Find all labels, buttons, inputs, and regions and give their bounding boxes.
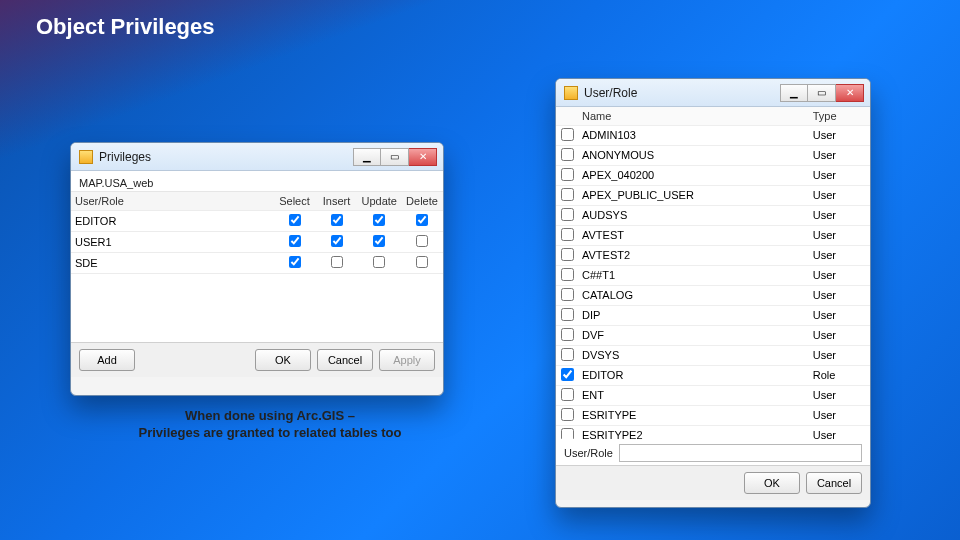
name-cell: ESRITYPE2 <box>578 425 809 439</box>
type-cell: User <box>809 225 870 245</box>
select-checkbox[interactable] <box>289 256 301 268</box>
select-cell <box>274 211 316 232</box>
list-item[interactable]: ESRITYPEUser <box>556 405 870 425</box>
cancel-button[interactable]: Cancel <box>806 472 862 494</box>
insert-checkbox[interactable] <box>331 235 343 247</box>
minimize-icon <box>790 88 798 98</box>
user-role-list[interactable]: Name Type ADMIN103UserANONYMOUSUserAPEX_… <box>556 107 870 439</box>
name-cell: EDITOR <box>578 365 809 385</box>
select-checkbox[interactable] <box>289 214 301 226</box>
list-item[interactable]: EDITORRole <box>556 365 870 385</box>
col-insert[interactable]: Insert <box>316 192 358 211</box>
name-cell: AVTEST2 <box>578 245 809 265</box>
delete-cell <box>401 253 443 274</box>
update-checkbox[interactable] <box>373 214 385 226</box>
titlebar[interactable]: Privileges <box>71 143 443 171</box>
list-item[interactable]: AVTESTUser <box>556 225 870 245</box>
row-checkbox[interactable] <box>561 248 574 261</box>
maximize-icon <box>817 88 826 98</box>
type-cell: User <box>809 405 870 425</box>
row-checkbox[interactable] <box>561 408 574 421</box>
ok-button[interactable]: OK <box>744 472 800 494</box>
select-cell <box>274 232 316 253</box>
ok-button[interactable]: OK <box>255 349 311 371</box>
list-item[interactable]: DIPUser <box>556 305 870 325</box>
col-type[interactable]: Type <box>809 107 870 125</box>
titlebar[interactable]: User/Role <box>556 79 870 107</box>
list-item[interactable]: ANONYMOUSUser <box>556 145 870 165</box>
type-cell: User <box>809 265 870 285</box>
minimize-button[interactable] <box>780 84 808 102</box>
delete-checkbox[interactable] <box>416 256 428 268</box>
col-update[interactable]: Update <box>358 192 401 211</box>
type-cell: User <box>809 165 870 185</box>
list-item[interactable]: DVFUser <box>556 325 870 345</box>
row-checkbox[interactable] <box>561 288 574 301</box>
col-name[interactable]: Name <box>578 107 809 125</box>
row-checkbox[interactable] <box>561 208 574 221</box>
row-checkbox[interactable] <box>561 148 574 161</box>
apply-button[interactable]: Apply <box>379 349 435 371</box>
update-cell <box>358 232 401 253</box>
close-icon <box>846 88 854 98</box>
minimize-button[interactable] <box>353 148 381 166</box>
update-cell <box>358 211 401 232</box>
delete-checkbox[interactable] <box>416 214 428 226</box>
list-item[interactable]: APEX_040200User <box>556 165 870 185</box>
cancel-button[interactable]: Cancel <box>317 349 373 371</box>
name-cell: ANONYMOUS <box>578 145 809 165</box>
list-item[interactable]: APEX_PUBLIC_USERUser <box>556 185 870 205</box>
row-checkbox[interactable] <box>561 368 574 381</box>
type-cell: User <box>809 145 870 165</box>
table-row[interactable]: USER1 <box>71 232 443 253</box>
privileges-dialog: Privileges MAP.USA_web User/Role Select … <box>70 142 444 396</box>
list-item[interactable]: ADMIN103User <box>556 125 870 145</box>
row-checkbox[interactable] <box>561 328 574 341</box>
insert-checkbox[interactable] <box>331 214 343 226</box>
maximize-icon <box>390 152 399 162</box>
list-item[interactable]: C##T1User <box>556 265 870 285</box>
list-item[interactable]: ENTUser <box>556 385 870 405</box>
maximize-button[interactable] <box>808 84 836 102</box>
type-cell: User <box>809 345 870 365</box>
row-checkbox[interactable] <box>561 428 574 440</box>
list-item[interactable]: ESRITYPE2User <box>556 425 870 439</box>
delete-checkbox[interactable] <box>416 235 428 247</box>
list-item[interactable]: CATALOGUser <box>556 285 870 305</box>
name-cell: CATALOG <box>578 285 809 305</box>
list-item[interactable]: DVSYSUser <box>556 345 870 365</box>
add-button[interactable]: Add <box>79 349 135 371</box>
maximize-button[interactable] <box>381 148 409 166</box>
name-cell: DVSYS <box>578 345 809 365</box>
table-row[interactable]: SDE <box>71 253 443 274</box>
list-item[interactable]: AUDSYSUser <box>556 205 870 225</box>
close-button[interactable] <box>836 84 864 102</box>
name-cell: ESRITYPE <box>578 405 809 425</box>
col-delete[interactable]: Delete <box>401 192 443 211</box>
update-checkbox[interactable] <box>373 256 385 268</box>
close-button[interactable] <box>409 148 437 166</box>
insert-checkbox[interactable] <box>331 256 343 268</box>
col-user[interactable]: User/Role <box>71 192 274 211</box>
insert-cell <box>316 232 358 253</box>
list-item[interactable]: AVTEST2User <box>556 245 870 265</box>
row-checkbox[interactable] <box>561 128 574 141</box>
select-checkbox[interactable] <box>289 235 301 247</box>
user-role-input[interactable] <box>619 444 862 462</box>
row-checkbox[interactable] <box>561 188 574 201</box>
update-checkbox[interactable] <box>373 235 385 247</box>
row-checkbox[interactable] <box>561 228 574 241</box>
row-checkbox[interactable] <box>561 308 574 321</box>
user-role-label: User/Role <box>564 447 613 459</box>
row-checkbox[interactable] <box>561 388 574 401</box>
close-icon <box>419 152 427 162</box>
type-cell: User <box>809 305 870 325</box>
type-cell: Role <box>809 365 870 385</box>
row-checkbox[interactable] <box>561 268 574 281</box>
row-checkbox[interactable] <box>561 348 574 361</box>
table-row[interactable]: EDITOR <box>71 211 443 232</box>
row-checkbox[interactable] <box>561 168 574 181</box>
insert-cell <box>316 211 358 232</box>
type-cell: User <box>809 125 870 145</box>
col-select[interactable]: Select <box>274 192 316 211</box>
